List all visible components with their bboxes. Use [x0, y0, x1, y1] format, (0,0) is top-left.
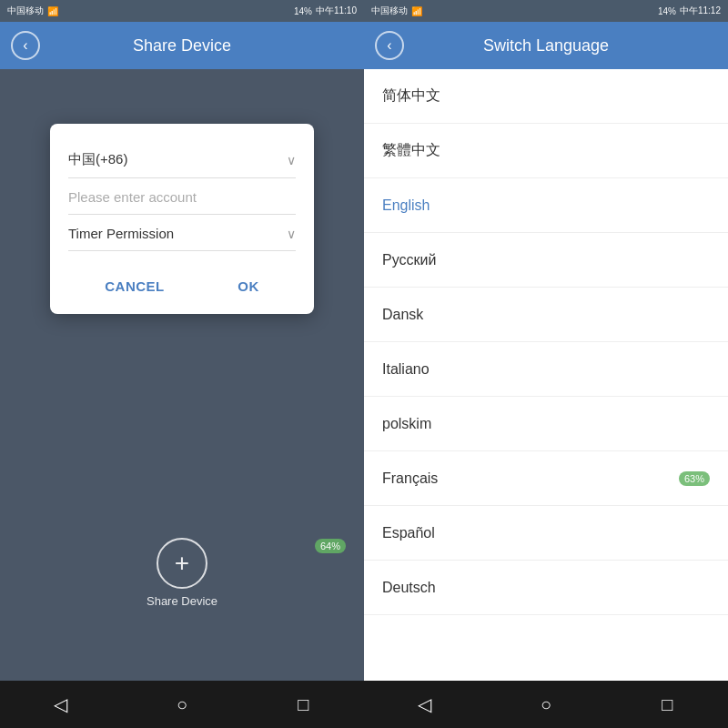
- language-item[interactable]: 简体中文: [364, 69, 728, 124]
- share-device-circle[interactable]: +: [157, 538, 207, 589]
- language-item[interactable]: Deutsch: [364, 561, 728, 615]
- left-status-bar-left: 中国移动 📶: [7, 5, 58, 17]
- language-item-text: polskim: [382, 416, 431, 432]
- right-status-bar-left: 中国移动 📶: [371, 5, 422, 17]
- left-time: 中午11:10: [316, 5, 357, 17]
- language-item-text: Français: [382, 470, 438, 487]
- left-status-bar: 中国移动 📶 14% 中午11:10: [0, 0, 364, 22]
- right-time: 中午11:12: [680, 5, 721, 17]
- permission-field[interactable]: Timer Permission ∨: [68, 217, 296, 251]
- language-item[interactable]: Español: [364, 506, 728, 561]
- language-item[interactable]: Français63%: [364, 451, 728, 506]
- left-signal-icon: 📶: [47, 6, 58, 16]
- right-recent-nav-icon[interactable]: □: [649, 686, 685, 723]
- language-item-text: Deutsch: [382, 580, 436, 596]
- language-item[interactable]: 繁體中文: [364, 124, 728, 178]
- country-value: 中国(+86): [68, 151, 127, 168]
- language-list: 简体中文繁體中文EnglishРусскийDanskItalianopolsk…: [364, 69, 728, 681]
- right-status-bar-right: 14% 中午11:12: [658, 5, 721, 17]
- right-carrier: 中国移动: [371, 5, 408, 17]
- plus-icon: +: [175, 549, 189, 578]
- right-panel: 中国移动 📶 14% 中午11:12 ‹ Switch Language 简体中…: [364, 0, 728, 728]
- language-item[interactable]: Dansk: [364, 288, 728, 342]
- share-dialog: 中国(+86) ∨ Please enter account Timer Per…: [50, 124, 314, 314]
- left-recent-nav-icon[interactable]: □: [285, 686, 321, 723]
- right-battery: 14%: [658, 6, 676, 16]
- left-top-bar: ‹ Share Device: [0, 22, 364, 69]
- country-chevron-icon: ∨: [287, 153, 296, 167]
- ok-button[interactable]: OK: [212, 269, 285, 303]
- language-item[interactable]: English: [364, 178, 728, 233]
- language-percent-badge: 63%: [679, 471, 710, 486]
- right-page-title: Switch Language: [415, 36, 677, 56]
- language-item-text: Español: [382, 525, 435, 541]
- language-item[interactable]: Русский: [364, 233, 728, 288]
- right-home-nav-icon[interactable]: ○: [528, 686, 564, 723]
- right-back-button[interactable]: ‹: [375, 31, 404, 60]
- right-top-bar: ‹ Switch Language: [364, 22, 728, 69]
- share-device-label: Share Device: [147, 594, 217, 608]
- share-device-area[interactable]: + Share Device: [147, 538, 217, 608]
- left-back-nav-icon[interactable]: ◁: [43, 686, 79, 723]
- right-back-nav-icon[interactable]: ◁: [407, 686, 443, 723]
- right-back-icon: ‹: [387, 37, 391, 54]
- language-item-text: 简体中文: [382, 86, 440, 106]
- left-carrier: 中国移动: [7, 5, 44, 17]
- permission-chevron-icon: ∨: [287, 227, 296, 241]
- left-status-bar-right: 14% 中午11:10: [294, 5, 357, 17]
- left-nav-bar: ◁ ○ □: [0, 681, 364, 728]
- right-status-bar: 中国移动 📶 14% 中午11:12: [364, 0, 728, 22]
- language-item-text: 繁體中文: [382, 141, 440, 160]
- right-nav-bar: ◁ ○ □: [364, 681, 728, 728]
- dialog-buttons: CANCEL OK: [68, 258, 296, 303]
- account-placeholder: Please enter account: [68, 189, 197, 205]
- language-item[interactable]: Italiano: [364, 342, 728, 397]
- language-item-text: Русский: [382, 252, 436, 268]
- cancel-button[interactable]: CANCEL: [79, 269, 190, 303]
- country-field[interactable]: 中国(+86) ∨: [68, 142, 296, 178]
- language-item-text: Dansk: [382, 307, 423, 323]
- right-signal-icon: 📶: [411, 6, 422, 16]
- left-panel: 中国移动 📶 14% 中午11:10 ‹ Share Device 中国(+86…: [0, 0, 364, 728]
- left-page-title: Share Device: [51, 36, 313, 56]
- language-item[interactable]: polskim: [364, 397, 728, 451]
- left-content: 中国(+86) ∨ Please enter account Timer Per…: [0, 69, 364, 681]
- language-item-text: Italiano: [382, 361, 430, 378]
- left-percent-badge: 64%: [315, 539, 346, 553]
- language-item-text: English: [382, 197, 430, 214]
- left-battery: 14%: [294, 6, 312, 16]
- account-field[interactable]: Please enter account: [68, 180, 296, 215]
- left-home-nav-icon[interactable]: ○: [164, 686, 200, 723]
- left-back-icon: ‹: [23, 37, 27, 54]
- permission-value: Timer Permission: [68, 226, 174, 241]
- left-back-button[interactable]: ‹: [11, 31, 40, 60]
